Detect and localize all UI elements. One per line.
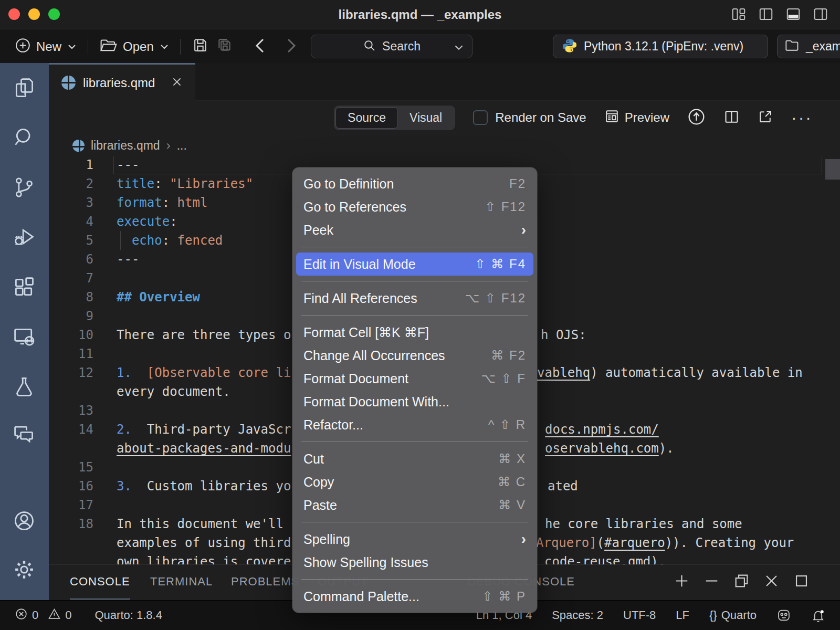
- error-count: 0: [32, 608, 38, 622]
- explorer-icon[interactable]: [13, 77, 36, 100]
- source-mode-button[interactable]: Source: [335, 107, 398, 129]
- open-external-icon[interactable]: [758, 109, 773, 127]
- menu-divider: [301, 522, 528, 522]
- toggle-bottom-panel-icon[interactable]: [785, 6, 801, 22]
- source-control-icon[interactable]: [13, 176, 36, 199]
- account-icon[interactable]: [13, 509, 36, 532]
- navigate-forward-button[interactable]: [287, 38, 296, 56]
- remote-explorer-icon[interactable]: [13, 325, 36, 348]
- visual-mode-button[interactable]: Visual: [398, 108, 454, 128]
- new-console-plus-icon[interactable]: [675, 574, 689, 590]
- menu-shortcut: ⌥ ⇧ F12: [465, 291, 526, 306]
- app-window: libraries.qmd — _examples: [0, 0, 840, 630]
- run-debug-icon[interactable]: [13, 225, 36, 248]
- render-on-save-checkbox[interactable]: [473, 110, 488, 125]
- menu-item-format-document-with[interactable]: Format Document With...: [296, 390, 533, 413]
- menu-divider: [301, 281, 528, 281]
- indentation-status[interactable]: Spaces: 2: [552, 608, 603, 622]
- menu-item-label: Copy: [303, 475, 334, 490]
- panel-tab-terminal[interactable]: TERMINAL: [150, 565, 213, 598]
- render-icon[interactable]: [687, 108, 706, 128]
- code-text: examples of using third: [117, 533, 291, 552]
- quarto-version-status[interactable]: Quarto: 1.8.4: [95, 608, 162, 622]
- render-on-save-toggle[interactable]: Render on Save: [473, 110, 586, 125]
- line-number: 18: [49, 514, 93, 533]
- project-selector[interactable]: _examples: [777, 35, 840, 58]
- close-tab-icon[interactable]: [171, 76, 183, 90]
- open-button[interactable]: Open: [100, 38, 169, 56]
- minimize-panel-icon[interactable]: [705, 574, 719, 590]
- menu-item-change-all-occurrences[interactable]: Change All Occurrences⌘ F2: [296, 344, 533, 367]
- line-number: 3: [49, 193, 93, 212]
- menu-item-copy[interactable]: Copy⌘ C: [296, 470, 533, 494]
- more-actions-icon[interactable]: ···: [791, 108, 813, 128]
- menu-item-find-all-references[interactable]: Find All References⌥ ⇧ F12: [296, 287, 533, 310]
- menu-shortcut: ⌘ V: [498, 498, 526, 512]
- code-text: ated: [548, 477, 578, 496]
- toggle-right-sidebar-icon[interactable]: [813, 6, 828, 22]
- extensions-icon[interactable]: [13, 275, 36, 298]
- chevron-right-icon: ›: [166, 138, 171, 153]
- save-button[interactable]: [192, 37, 208, 56]
- chevron-right-icon: [287, 38, 296, 56]
- preview-button[interactable]: Preview: [604, 109, 669, 127]
- notifications-bell-icon[interactable]: [811, 608, 825, 623]
- panel-tab-console[interactable]: CONSOLE: [70, 565, 130, 600]
- menu-item-peek[interactable]: Peek›: [296, 218, 533, 242]
- project-label: _examples: [806, 39, 840, 54]
- menu-item-label: Go to Definition: [303, 176, 394, 192]
- settings-gear-icon[interactable]: [13, 558, 36, 581]
- customize-layout-icon[interactable]: [731, 6, 747, 22]
- breadcrumb-more[interactable]: ...: [177, 139, 187, 153]
- menu-item-command-palette[interactable]: Command Palette...⇧ ⌘ P: [296, 585, 533, 608]
- warning-icon: [48, 607, 61, 624]
- menu-item-spelling[interactable]: Spelling›: [296, 528, 533, 551]
- code-text: There are three types o: [117, 326, 291, 344]
- menu-item-paste[interactable]: Paste⌘ V: [296, 494, 533, 517]
- activity-bar: [0, 63, 49, 600]
- search-input[interactable]: Search: [311, 35, 472, 58]
- scrollbar-thumb[interactable]: [825, 159, 840, 180]
- restore-panel-icon[interactable]: [734, 574, 749, 590]
- navigate-back-button[interactable]: [255, 38, 265, 56]
- language-label: Quarto: [721, 608, 757, 622]
- tab-libraries-qmd[interactable]: libraries.qmd: [49, 63, 195, 101]
- feedback-smiley-icon[interactable]: [776, 608, 791, 623]
- menu-item-go-to-definition[interactable]: Go to DefinitionF2: [296, 172, 533, 195]
- panel-tab-problems[interactable]: PROBLEMS: [231, 565, 299, 598]
- search-icon[interactable]: [13, 126, 36, 149]
- menu-item-go-to-references[interactable]: Go to References⇧ F12: [296, 195, 533, 218]
- menu-item-refactor[interactable]: Refactor...^ ⇧ R: [296, 413, 533, 436]
- eol-status[interactable]: LF: [676, 608, 689, 622]
- code-text: every document.: [117, 382, 230, 401]
- menu-item-show-spelling-issues[interactable]: Show Spelling Issues: [296, 551, 533, 574]
- encoding-status[interactable]: UTF-8: [623, 608, 656, 622]
- menu-item-edit-in-visual-mode[interactable]: Edit in Visual Mode⇧ ⌘ F4: [296, 253, 533, 276]
- toggle-left-sidebar-icon[interactable]: [758, 6, 774, 22]
- testing-flask-icon[interactable]: [13, 375, 36, 398]
- submenu-chevron-icon: ›: [521, 528, 526, 551]
- new-file-button[interactable]: New: [15, 37, 76, 56]
- code-text: he core libraries and some: [545, 514, 742, 533]
- menu-item-format-document[interactable]: Format Document⌥ ⇧ F: [296, 367, 533, 390]
- problems-status[interactable]: 0 0: [15, 607, 72, 624]
- maximize-panel-icon[interactable]: [794, 574, 808, 590]
- menu-item-cut[interactable]: Cut⌘ X: [296, 447, 533, 470]
- menu-divider: [301, 442, 528, 442]
- line-number: 1: [49, 156, 93, 174]
- breadcrumb-file[interactable]: libraries.qmd: [91, 139, 160, 153]
- interpreter-selector[interactable]: Python 3.12.1 (PipEnv: .venv): [553, 35, 768, 58]
- code-text: oservablehq.com).: [545, 439, 674, 458]
- language-mode-status[interactable]: {} Quarto: [709, 608, 757, 622]
- split-editor-icon[interactable]: [723, 109, 740, 127]
- chevron-down-icon: [454, 43, 464, 52]
- open-button-label: Open: [123, 39, 154, 54]
- folder-open-icon: [100, 38, 118, 56]
- chat-icon[interactable]: [13, 422, 36, 445]
- close-panel-icon[interactable]: [764, 574, 779, 590]
- render-on-save-label: Render on Save: [495, 110, 586, 125]
- code-text: vablehq) automatically available in: [537, 363, 803, 382]
- save-all-button[interactable]: [216, 37, 233, 56]
- menu-item-label: Format Document: [303, 371, 408, 386]
- menu-item-format-cell-k-f[interactable]: Format Cell [⌘K ⌘F]: [296, 321, 533, 344]
